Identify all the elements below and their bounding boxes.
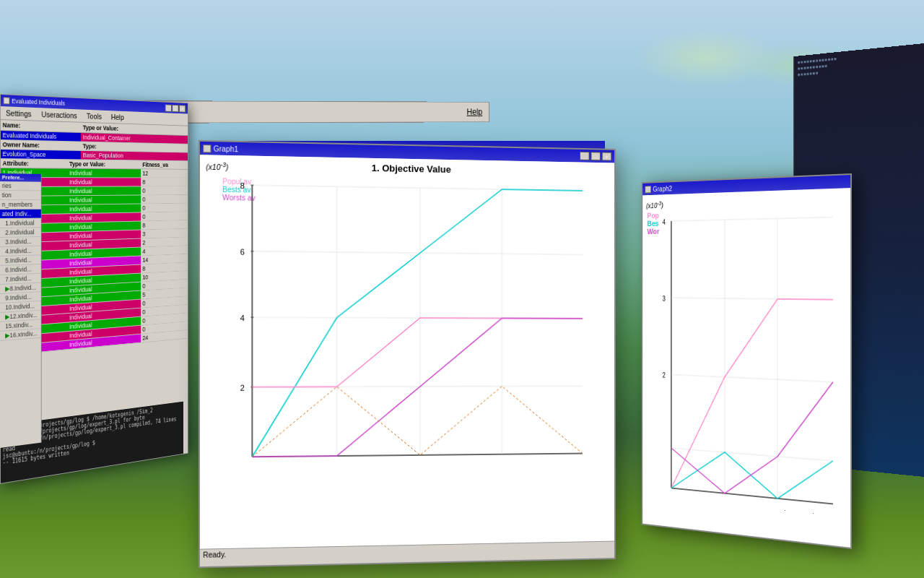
sidebar-item-evaluated[interactable]: ated Indiv... bbox=[0, 210, 41, 219]
svg-line-22 bbox=[671, 448, 833, 461]
row-type: Individual bbox=[67, 178, 141, 186]
graph1-minimize[interactable]: _ bbox=[580, 152, 589, 160]
svg-text:6: 6 bbox=[240, 248, 245, 256]
graph1-svg: 8 6 4 2 bbox=[222, 170, 596, 486]
sidebar-title: Prefere... bbox=[0, 173, 41, 182]
svg-text:3: 3 bbox=[662, 296, 665, 303]
svg-text:4: 4 bbox=[662, 219, 665, 226]
type-val-col-header: Type or Value: bbox=[67, 160, 141, 168]
row-fitness: 0 bbox=[141, 186, 188, 194]
row-fitness: 8 bbox=[141, 220, 188, 230]
row-type: Individual bbox=[67, 169, 141, 178]
sidebar-item-ind1[interactable]: 1.Individual bbox=[0, 219, 41, 228]
row-type: Individual bbox=[67, 204, 141, 213]
menu-help[interactable]: Help bbox=[109, 112, 126, 122]
left-panel-close[interactable]: × bbox=[179, 105, 186, 112]
sidebar-item-0[interactable]: ries bbox=[0, 181, 41, 191]
left-panel-maximize[interactable]: □ bbox=[172, 104, 178, 111]
row-fitness: 12 bbox=[141, 169, 188, 177]
attr-col-header: Attribute: bbox=[1, 159, 68, 168]
row-fitness: 0 bbox=[141, 195, 188, 204]
row-fitness: 0 bbox=[141, 212, 188, 220]
graph1-close[interactable]: × bbox=[602, 152, 611, 160]
graph1-title: Graph1 bbox=[214, 144, 238, 153]
owner-name-label: Owner Name: bbox=[1, 140, 81, 150]
svg-text:4: 4 bbox=[240, 314, 245, 322]
svg-line-18 bbox=[671, 488, 833, 504]
svg-text:8: 8 bbox=[240, 181, 245, 190]
left-panel-minimize[interactable]: _ bbox=[165, 104, 172, 111]
menu-tools[interactable]: Tools bbox=[84, 111, 105, 121]
left-panel-icon: □ bbox=[4, 97, 10, 104]
graph1-window: Graph1 _ □ × (x10-3) 1. Objective Value … bbox=[199, 140, 616, 568]
menu-useractions[interactable]: Useractions bbox=[39, 109, 79, 121]
row-fitness: 8 bbox=[141, 178, 188, 186]
row-fitness: 0 bbox=[141, 204, 188, 212]
graph2-title: Graph2 bbox=[653, 184, 672, 192]
graph2-window: Graph2 (x10-3) Pop Bes Wor 4 3 2 bbox=[642, 173, 852, 549]
svg-line-19 bbox=[671, 217, 833, 221]
row-type: Individual bbox=[67, 195, 141, 204]
left-sidebar: Prefere... ries tion n_members ated Indi… bbox=[0, 173, 42, 448]
svg-text:2: 2 bbox=[662, 371, 665, 379]
row-evaluated-name: Evaluated Individuals bbox=[1, 131, 81, 142]
menu-settings[interactable]: Settings bbox=[4, 108, 34, 118]
help-menu[interactable]: Help bbox=[467, 107, 489, 116]
status-text: Ready. bbox=[203, 551, 226, 559]
sidebar-item-2[interactable]: n_members bbox=[0, 200, 41, 210]
svg-text:2: 2 bbox=[240, 384, 245, 392]
sidebar-item-ind16[interactable]: ▶16.xIndiv... bbox=[0, 329, 41, 341]
fitness-col-header: Fitness_va bbox=[141, 160, 188, 169]
svg-line-21 bbox=[671, 374, 833, 381]
evolution-space-name: Evolution_Space bbox=[1, 150, 81, 159]
sidebar-item-ind2[interactable]: 2.Individual bbox=[0, 228, 41, 238]
graph1-icon bbox=[203, 144, 211, 152]
left-panel-title: Evaluated Individuals bbox=[12, 98, 65, 107]
graph2-svg: 4 3 2 bbox=[648, 202, 840, 533]
svg-line-3 bbox=[252, 251, 583, 255]
graph1-maximize[interactable]: □ bbox=[590, 152, 600, 160]
row-type: Individual bbox=[67, 186, 141, 195]
graph2-icon bbox=[645, 186, 651, 193]
sidebar-item-1[interactable]: tion bbox=[0, 191, 41, 200]
evolution-space-type: Basic_Population bbox=[81, 151, 188, 160]
